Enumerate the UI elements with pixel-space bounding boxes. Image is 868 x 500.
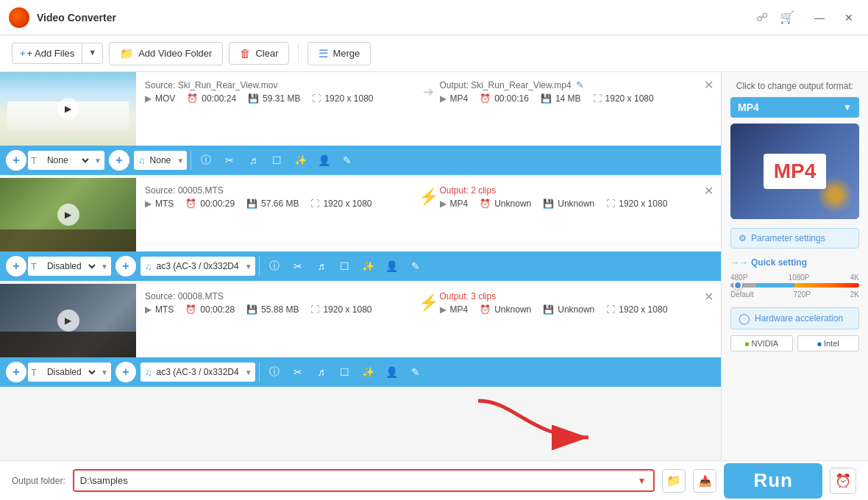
cut-button-2[interactable]: ✂: [287, 255, 309, 277]
intel-icon: ■: [817, 340, 822, 348]
subtitle-dropdown-3[interactable]: Disabled: [40, 362, 98, 382]
file-1-source: Source: Ski_Run_Rear_View.mov: [145, 80, 418, 90]
output-folder-label: Output folder:: [12, 476, 65, 486]
mp4-badge: MP4: [764, 154, 827, 189]
watermark-button-1[interactable]: 👤: [313, 149, 335, 171]
file-2-source: Source: 00005.MTS: [145, 185, 418, 196]
audio-effect-button-2[interactable]: ♬: [310, 255, 332, 277]
arrow-1: ➔: [418, 84, 440, 100]
nvidia-button[interactable]: ■ NVIDIA: [730, 335, 793, 351]
subtitle-effect-button-1[interactable]: ✎: [336, 149, 358, 171]
hardware-acceleration-button[interactable]: ◯ Hardware acceleration: [730, 307, 859, 329]
clock-icon: ⏰: [187, 93, 198, 104]
main-toolbar: + + Add Files ▼ 📁 Add Video Folder 🗑 Cle…: [0, 35, 868, 72]
effect-button-1[interactable]: ✨: [289, 149, 311, 171]
subtitle-dropdown-2[interactable]: Disabled: [40, 257, 98, 276]
close-file-1-button[interactable]: ✕: [704, 78, 714, 92]
audio-arrow-2[interactable]: ▼: [242, 262, 255, 271]
clear-button[interactable]: 🗑 Clear: [229, 42, 289, 65]
add-files-arrow-button[interactable]: ▼: [82, 43, 103, 64]
file-2-output-duration: Unknown: [494, 199, 531, 209]
parameter-settings-button[interactable]: ⚙ Parameter settings: [730, 228, 859, 249]
merge-button[interactable]: ☰ Merge: [307, 42, 371, 65]
minimize-button[interactable]: —: [809, 7, 830, 28]
subtitle-select-3[interactable]: T Disabled ▼: [28, 362, 111, 382]
add-audio-button-3[interactable]: +: [115, 362, 136, 382]
cut-button-1[interactable]: ✂: [218, 149, 241, 171]
crop-button-2[interactable]: ☐: [334, 255, 356, 277]
close-file-3-button[interactable]: ✕: [704, 290, 714, 304]
subtitle-arrow-2[interactable]: ▼: [98, 262, 111, 271]
info-button-2[interactable]: ⓘ: [263, 255, 285, 277]
format-select-button[interactable]: MP4 ▼: [730, 97, 859, 118]
effect-button-2[interactable]: ✨: [357, 255, 380, 277]
quick-setting-label: →→ Quick setting: [730, 257, 859, 268]
toolbar-sep-1: [191, 151, 191, 170]
file-3-output-res: 1920 x 1080: [619, 304, 667, 315]
crop-button-1[interactable]: ☐: [266, 149, 288, 171]
add-video-folder-label: Add Video Folder: [138, 48, 212, 59]
output-path-input[interactable]: [74, 471, 630, 490]
quality-slider-track[interactable]: [730, 283, 859, 288]
crop-button-3[interactable]: ☐: [334, 361, 356, 383]
audio-select-2[interactable]: ♫ ac3 (AC-3 / 0x332D4 ▼: [140, 257, 255, 276]
plus-icon: +: [20, 48, 26, 59]
audio-arrow-1[interactable]: ▼: [174, 157, 187, 165]
toolbar-separator: [298, 43, 299, 64]
browse-folder-button[interactable]: 📁: [662, 469, 686, 493]
subtitle-arrow-3[interactable]: ▼: [98, 368, 111, 376]
cart-icon[interactable]: 🛒: [780, 10, 794, 24]
effect-button-3[interactable]: ✨: [357, 361, 380, 383]
watermark-button-2[interactable]: 👤: [381, 255, 403, 277]
run-button[interactable]: Run: [724, 463, 822, 499]
edit-icon-1[interactable]: ✎: [576, 79, 584, 90]
add-files-button[interactable]: + + Add Files: [12, 43, 82, 64]
file-3-input-format: MTS: [155, 304, 174, 315]
subtitle-effect-button-2[interactable]: ✎: [405, 255, 427, 277]
audio-select-3[interactable]: ♫ ac3 (AC-3 / 0x332D4 ▼: [140, 362, 255, 382]
hw-label: Hardware acceleration: [755, 313, 843, 324]
param-label: Parameter settings: [751, 233, 825, 243]
intel-button[interactable]: ■ Intel: [797, 335, 860, 351]
add-files-group: + + Add Files ▼: [12, 43, 103, 64]
audio-select-1[interactable]: ♫ None ▼: [134, 151, 187, 170]
info-button-3[interactable]: ⓘ: [263, 361, 285, 383]
close-file-2-button[interactable]: ✕: [704, 184, 714, 198]
search-icon[interactable]: ☍: [756, 10, 768, 24]
audio-label-2: ac3 (AC-3 / 0x332D4: [157, 261, 242, 271]
add-subtitle-button-3[interactable]: +: [6, 362, 26, 382]
add-audio-button-2[interactable]: +: [115, 256, 136, 276]
slider-label-720p: 720P: [794, 290, 811, 299]
close-button[interactable]: ✕: [839, 7, 859, 28]
cut-button-3[interactable]: ✂: [287, 361, 309, 383]
add-audio-button-1[interactable]: +: [109, 150, 129, 171]
window-controls: — ✕: [809, 7, 859, 28]
subtitle-arrow-1[interactable]: ▼: [91, 157, 104, 165]
subtitle-select-2[interactable]: T Disabled ▼: [28, 257, 111, 276]
audio-effect-button-1[interactable]: ♬: [242, 149, 264, 171]
audio-effect-button-3[interactable]: ♬: [310, 361, 332, 383]
slider-label-2k: 2K: [850, 290, 859, 299]
file-2-output-props: ▶MP4 ⏰Unknown 💾Unknown ⛶1920 x 1080: [440, 199, 713, 209]
clock-icon-3-out: ⏰: [480, 304, 491, 315]
add-video-folder-button[interactable]: 📁 Add Video Folder: [109, 42, 223, 65]
audio-arrow-3[interactable]: ▼: [242, 368, 255, 376]
format-icon-3-out: ▶: [440, 304, 447, 315]
app-title: Video Converter: [37, 12, 756, 24]
folder-icon: 📁: [120, 47, 134, 60]
subtitle-select-1[interactable]: T None ▼: [28, 151, 104, 170]
file-1-input-duration: 00:00:24: [202, 93, 236, 104]
add-subtitle-button-2[interactable]: +: [6, 256, 26, 276]
export-button[interactable]: 📥: [693, 469, 716, 493]
watermark-button-3[interactable]: 👤: [381, 361, 403, 383]
info-button-1[interactable]: ⓘ: [195, 149, 217, 171]
add-subtitle-button-1[interactable]: +: [6, 150, 26, 171]
output-path-dropdown-button[interactable]: ▼: [630, 471, 654, 490]
quality-slider-thumb[interactable]: [733, 281, 742, 290]
subtitle-effect-button-3[interactable]: ✎: [405, 361, 427, 383]
subtitle-dropdown-1[interactable]: None: [40, 151, 91, 170]
file-3-input-duration: 00:00:28: [200, 304, 235, 315]
alarm-button[interactable]: ⏰: [830, 468, 856, 494]
file-thumb-1: ▶: [0, 72, 136, 146]
file-2-output-size: Unknown: [558, 199, 594, 209]
